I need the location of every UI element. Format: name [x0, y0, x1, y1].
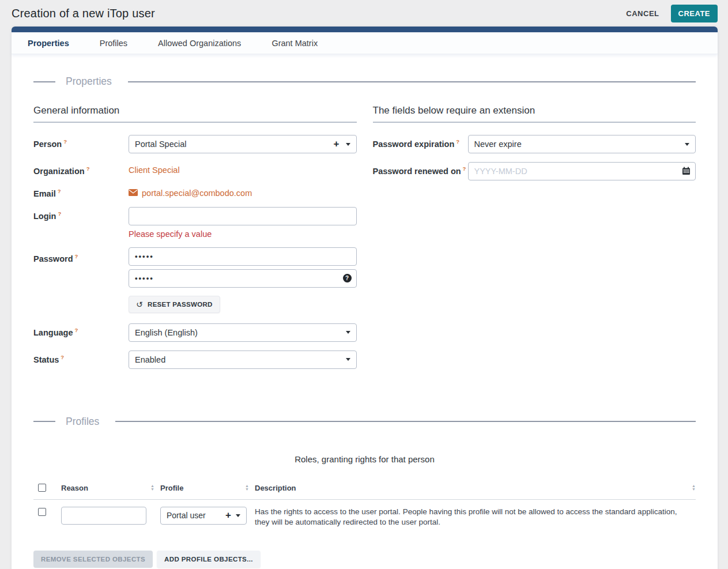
sort-icon[interactable]: ▲▼	[150, 484, 154, 491]
form-content: Properties General information Person? P…	[12, 54, 718, 569]
section-head-profiles: Profiles	[33, 416, 696, 428]
password-expiration-label: Password expiration?	[373, 135, 468, 149]
header-description-cell[interactable]: Description ▲▼	[255, 484, 696, 492]
reason-input[interactable]	[61, 507, 146, 525]
field-language: Language? English (English)	[33, 323, 357, 342]
language-select[interactable]: English (English)	[129, 323, 357, 342]
table-row: Portal user + Has the rights to access t…	[33, 500, 696, 536]
chevron-down-icon	[685, 143, 689, 146]
field-status: Status? Enabled	[33, 351, 357, 369]
password-expiration-select[interactable]: Never expire	[468, 135, 696, 153]
row-reason-cell	[61, 507, 160, 525]
profile-value: Portal user	[167, 511, 225, 520]
password-renewed-wrap	[468, 162, 696, 180]
plus-icon[interactable]: +	[334, 138, 340, 150]
login-input[interactable]	[129, 207, 357, 225]
header-reason-cell[interactable]: Reason ▲▼	[61, 484, 160, 492]
person-combobox[interactable]: Portal Special +	[129, 135, 357, 153]
field-help-marker: ?	[456, 138, 459, 145]
section-title-properties: Properties	[66, 76, 112, 88]
password-confirm-wrap: ?	[129, 269, 357, 288]
tab-profiles[interactable]: Profiles	[99, 33, 129, 53]
language-label: Language?	[33, 323, 129, 337]
header-profile-cell[interactable]: Profile ▲▼	[160, 484, 255, 492]
tab-grant-matrix[interactable]: Grant Matrix	[270, 33, 319, 53]
profile-description: Has the rights to access to the user por…	[255, 507, 696, 527]
profiles-table-actions: REMOVE SELECTED OBJECTS ADD PROFILE OBJE…	[33, 551, 696, 568]
login-control: Please specify a value	[129, 207, 357, 239]
status-value: Enabled	[135, 355, 346, 364]
section-line	[128, 81, 696, 82]
profile-combobox[interactable]: Portal user +	[160, 507, 247, 525]
form-card: Properties Profiles Allowed Organization…	[12, 27, 718, 569]
section-dash	[33, 81, 55, 82]
organization-value: Client Special	[129, 162, 357, 175]
tab-allowed-organizations[interactable]: Allowed Organizations	[157, 33, 242, 53]
password-label: Password?	[33, 247, 129, 263]
description-column-label: Description	[255, 484, 296, 492]
remove-selected-objects-button[interactable]: REMOVE SELECTED OBJECTS	[33, 551, 153, 568]
chevron-down-icon	[346, 331, 350, 334]
row-profile-cell: Portal user +	[160, 507, 255, 525]
field-help-marker: ?	[63, 138, 67, 145]
field-help-marker: ?	[61, 354, 64, 360]
field-help-marker: ?	[86, 165, 90, 172]
person-label: Person?	[33, 135, 129, 149]
field-help-marker: ?	[75, 253, 78, 259]
add-profile-objects-button[interactable]: ADD PROFILE OBJECTS...	[157, 551, 261, 568]
profiles-table-header: Reason ▲▼ Profile ▲▼ Description ▲▼	[33, 477, 696, 500]
sort-icon[interactable]: ▲▼	[692, 484, 696, 491]
field-login: Login? Please specify a value	[33, 207, 357, 239]
cancel-button[interactable]: CANCEL	[623, 5, 662, 22]
password-controls: ? ↺ RESET PASSWORD	[129, 247, 357, 313]
section-head-properties: Properties	[33, 76, 696, 88]
calendar-icon[interactable]	[682, 167, 691, 178]
tab-properties[interactable]: Properties	[27, 33, 70, 53]
app-header: Creation of a new iTop user CANCEL CREAT…	[0, 0, 728, 27]
email-line: portal.special@combodo.com	[129, 184, 357, 198]
card-top-accent-bar	[12, 27, 718, 32]
field-help-marker: ?	[74, 327, 78, 333]
row-select-cell	[33, 507, 61, 518]
password-field-wrap	[129, 247, 357, 266]
organization-label: Organization?	[33, 162, 129, 176]
fieldset-extension: The fields below require an extension Pa…	[373, 105, 696, 378]
status-select[interactable]: Enabled	[129, 351, 357, 369]
row-description-cell: Has the rights to access to the user por…	[255, 507, 696, 527]
password-help-icon[interactable]: ?	[343, 274, 352, 282]
login-error-message: Please specify a value	[129, 229, 357, 239]
select-all-checkbox[interactable]	[38, 484, 46, 492]
header-actions: CANCEL CREATE	[623, 5, 718, 22]
legend-extension: The fields below require an extension	[373, 105, 696, 123]
field-help-marker: ?	[463, 165, 466, 172]
fieldset-general-information: General information Person? Portal Speci…	[33, 105, 357, 378]
email-label: Email?	[33, 184, 129, 198]
status-label: Status?	[33, 351, 129, 364]
field-email: Email? portal.special@combodo.com	[33, 184, 357, 198]
password-renewed-label: Password renewed on?	[373, 162, 468, 176]
profiles-table: Reason ▲▼ Profile ▲▼ Description ▲▼	[33, 477, 696, 536]
password-input[interactable]	[129, 247, 357, 266]
reset-password-label: RESET PASSWORD	[148, 301, 213, 308]
language-value: English (English)	[135, 328, 346, 337]
section-dash	[33, 421, 55, 422]
password-confirm-input[interactable]	[129, 269, 357, 288]
chevron-down-icon[interactable]	[236, 514, 240, 517]
field-help-marker: ?	[58, 188, 61, 194]
login-label: Login?	[33, 207, 129, 221]
sort-icon[interactable]: ▲▼	[245, 484, 249, 491]
person-value: Portal Special	[135, 140, 334, 149]
reset-password-button[interactable]: ↺ RESET PASSWORD	[129, 296, 220, 313]
legend-general-information: General information	[33, 105, 357, 123]
field-password: Password? ? ↺ RESET PASSWORD	[33, 247, 357, 313]
reset-icon: ↺	[136, 300, 143, 308]
create-button[interactable]: CREATE	[671, 5, 718, 22]
envelope-icon	[129, 188, 138, 198]
plus-icon[interactable]: +	[225, 510, 231, 521]
email-link[interactable]: portal.special@combodo.com	[142, 189, 252, 198]
field-password-renewed: Password renewed on?	[373, 162, 696, 180]
password-renewed-input[interactable]	[468, 162, 696, 180]
row-checkbox[interactable]	[38, 508, 46, 516]
chevron-down-icon[interactable]	[346, 143, 350, 146]
password-expiration-value: Never expire	[474, 140, 685, 149]
